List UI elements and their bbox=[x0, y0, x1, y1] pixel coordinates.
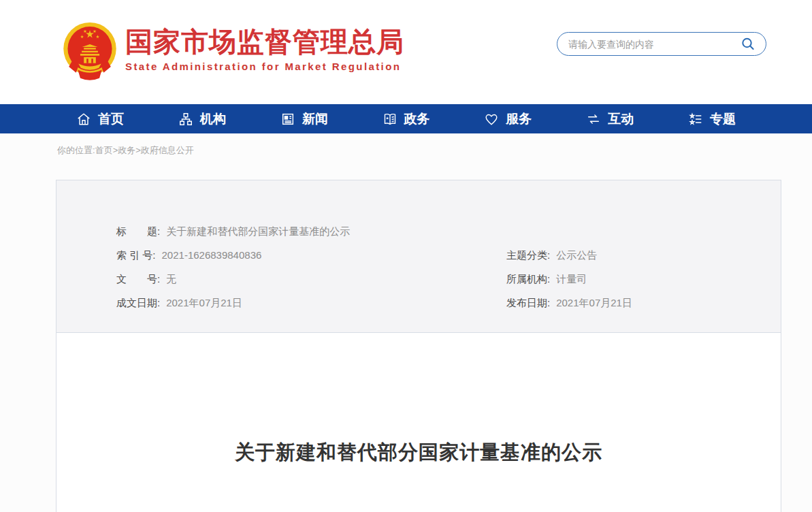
site-title: 国家市场监督管理总局 bbox=[125, 26, 404, 57]
meta-docnum-value: 无 bbox=[166, 273, 176, 286]
search-input[interactable] bbox=[568, 39, 740, 50]
meta-index-value: 2021-1626839840836 bbox=[162, 249, 262, 261]
site-header: 国家市场监督管理总局 State Administration for Mark… bbox=[0, 0, 812, 104]
nav-item-topics[interactable]: 专题 bbox=[661, 104, 763, 133]
nav-item-interaction[interactable]: 互动 bbox=[559, 104, 661, 133]
nav-item-gov[interactable]: 政务 bbox=[355, 104, 457, 133]
nav-item-home[interactable]: 首页 bbox=[49, 104, 151, 133]
org-chart-icon bbox=[178, 112, 193, 127]
nav-label: 政务 bbox=[404, 110, 430, 128]
nav-label: 新闻 bbox=[302, 110, 328, 128]
nav-item-services[interactable]: 服务 bbox=[457, 104, 559, 133]
nav-label: 专题 bbox=[710, 110, 736, 128]
meta-title-value: 关于新建和替代部分国家计量基准的公示 bbox=[166, 225, 350, 238]
search-icon[interactable] bbox=[740, 36, 756, 52]
nav-item-news[interactable]: 新闻 bbox=[253, 104, 355, 133]
meta-row-index: 索 引 号: 2021-1626839840836 主题分类: 公示公告 bbox=[56, 244, 781, 268]
meta-written-date-value: 2021年07月21日 bbox=[166, 297, 242, 310]
meta-row-dates: 成文日期: 2021年07月21日 发布日期: 2021年07月21日 bbox=[56, 291, 781, 315]
site-titles: 国家市场监督管理总局 State Administration for Mark… bbox=[125, 26, 404, 72]
document-meta-panel: 标 题: 关于新建和替代部分国家计量基准的公示 索 引 号: 2021-1626… bbox=[56, 180, 781, 333]
meta-category-value: 公示公告 bbox=[556, 249, 597, 262]
meta-written-date-label: 成文日期: bbox=[116, 297, 160, 310]
nav-label: 机构 bbox=[200, 110, 226, 128]
meta-row-title: 标 题: 关于新建和替代部分国家计量基准的公示 bbox=[56, 220, 781, 244]
open-book-icon bbox=[383, 112, 397, 127]
meta-title-label: 标 题: bbox=[116, 225, 160, 238]
exchange-arrows-icon bbox=[586, 112, 601, 127]
article-panel: 关于新建和替代部分国家计量基准的公示 bbox=[56, 333, 781, 512]
newspaper-icon bbox=[280, 112, 295, 127]
meta-department-value: 计量司 bbox=[556, 273, 587, 286]
heart-icon bbox=[484, 112, 499, 127]
meta-category-label: 主题分类: bbox=[506, 249, 550, 262]
article-title: 关于新建和替代部分国家计量基准的公示 bbox=[56, 439, 781, 466]
meta-department-label: 所属机构: bbox=[506, 273, 550, 286]
breadcrumb: 你的位置:首页>政务>政府信息公开 bbox=[0, 133, 812, 157]
meta-docnum-label: 文 号: bbox=[116, 273, 160, 286]
nav-label: 首页 bbox=[98, 110, 124, 128]
content-area: 你的位置:首页>政务>政府信息公开 标 题: 关于新建和替代部分国家计量基准的公… bbox=[0, 133, 812, 512]
breadcrumb-item-gov[interactable]: 政务 bbox=[118, 145, 135, 155]
breadcrumb-prefix: 你的位置: bbox=[57, 145, 95, 155]
meta-row-docnum: 文 号: 无 所属机构: 计量司 bbox=[56, 268, 781, 291]
main-nav: 首页 机构 新闻 bbox=[0, 104, 812, 133]
breadcrumb-item-home[interactable]: 首页 bbox=[95, 145, 113, 155]
home-icon bbox=[76, 112, 91, 127]
meta-publish-date-label: 发布日期: bbox=[506, 297, 550, 310]
star-list-icon bbox=[688, 112, 703, 127]
site-search bbox=[557, 32, 766, 56]
national-emblem-icon bbox=[60, 20, 120, 83]
breadcrumb-item-disclosure[interactable]: 政府信息公开 bbox=[141, 145, 194, 155]
site-subtitle: State Administration for Market Regulati… bbox=[125, 61, 404, 72]
meta-index-label: 索 引 号: bbox=[116, 249, 156, 262]
nav-label: 互动 bbox=[608, 110, 634, 128]
breadcrumb-separator: > bbox=[135, 145, 141, 155]
nav-label: 服务 bbox=[506, 110, 532, 128]
meta-publish-date-value: 2021年07月21日 bbox=[556, 297, 632, 310]
nav-item-orgs[interactable]: 机构 bbox=[151, 104, 253, 133]
